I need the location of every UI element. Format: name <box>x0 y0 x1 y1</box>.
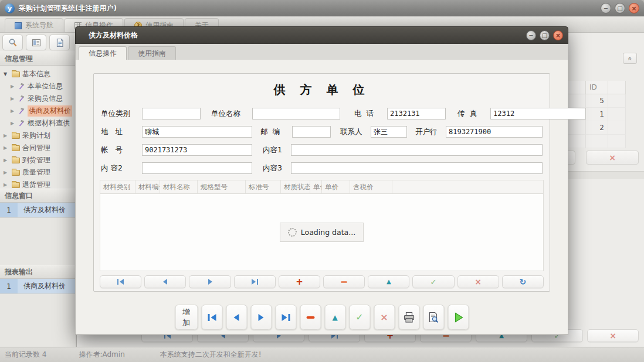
tab-system-navigation[interactable]: 系统导航 <box>5 18 63 32</box>
panel-collapse-button[interactable]: « <box>623 53 637 64</box>
prev-record-icon <box>234 314 239 321</box>
tree-leaf-buyer-info[interactable]: ▶ 采购员信息 <box>0 93 76 105</box>
contact-field[interactable] <box>371 126 407 138</box>
column-header-filler <box>392 180 543 193</box>
tree-node-purchase-plan[interactable]: ▶ 采购计划 <box>0 129 76 142</box>
print-preview-button[interactable] <box>423 305 444 330</box>
search-icon <box>8 38 18 47</box>
unit-name-field[interactable] <box>252 108 340 119</box>
first-record-icon <box>120 279 124 285</box>
post-button[interactable]: ✓ <box>349 305 370 330</box>
bg-cancel-button[interactable]: × <box>586 151 639 165</box>
field-label: 内 容2 <box>101 163 137 173</box>
id-cell: 1 <box>586 108 608 121</box>
column-header-material-type[interactable]: 材料类别 <box>100 180 135 193</box>
run-button[interactable] <box>448 305 469 330</box>
list-item[interactable]: 1 供商及材料价 <box>0 279 76 294</box>
app-logo: y <box>5 4 15 13</box>
document-button[interactable] <box>49 35 70 50</box>
nav-delete-button[interactable] <box>323 275 365 288</box>
nav-prev-button[interactable] <box>144 275 186 288</box>
dialog-tab-info-operation[interactable]: 信息操作 <box>79 46 127 60</box>
bank-field[interactable] <box>446 126 543 138</box>
dialog-titlebar: 供方及材料价格 − □ × <box>75 26 568 44</box>
prev-button[interactable] <box>226 305 247 330</box>
column-header-unit[interactable]: 单位 <box>310 180 322 193</box>
unit-type-field[interactable] <box>142 108 201 119</box>
fax-field[interactable] <box>490 108 586 119</box>
form-row: 内 容2 内容3 <box>101 162 543 175</box>
tree-leaf-unit-info[interactable]: ▶ 本单位信息 <box>0 80 76 93</box>
nav-edit-button[interactable]: ▲ <box>368 275 409 288</box>
zip-field[interactable] <box>292 126 331 138</box>
column-header-standard-no[interactable]: 标准号 <box>246 180 281 193</box>
search-button[interactable] <box>2 35 23 50</box>
nav-last-button[interactable] <box>234 275 276 288</box>
last-button[interactable] <box>275 305 296 330</box>
folder-icon <box>12 158 20 163</box>
phone-field[interactable] <box>387 108 446 119</box>
tree-node-contract-management[interactable]: ▶ 合同管理 <box>0 142 76 154</box>
play-icon <box>452 312 464 323</box>
delete-button[interactable] <box>300 305 321 330</box>
cross-icon: × <box>474 278 482 286</box>
printer-icon <box>402 311 415 324</box>
next-button[interactable] <box>250 305 272 330</box>
form-icon <box>32 38 41 47</box>
tree-leaf-supplier-material-price[interactable]: ▶ 供商及材料价 <box>0 105 76 117</box>
bg-cancel-edit-button[interactable]: × <box>587 329 639 342</box>
tree-node-basic-info[interactable]: ▼ 基本信息 <box>0 68 76 80</box>
dialog-close-button[interactable]: × <box>553 30 563 40</box>
form-view-button[interactable] <box>26 35 46 50</box>
content1-field[interactable] <box>291 144 543 156</box>
add-record-button[interactable]: 增加 <box>175 305 198 330</box>
tree-leaf-query-by-material[interactable]: ▶ 根据材料查供 <box>0 117 76 129</box>
supplier-material-price-dialog: 供方及材料价格 − □ × 信息操作 使用指南 供 方 单 位 单位类别 单位名… <box>75 26 568 335</box>
supplier-form-panel: 供 方 单 位 单位类别 单位名称 电 话 传 真 地 址 邮 编 联系人 <box>93 73 550 292</box>
print-button[interactable] <box>398 305 419 330</box>
cancel-button[interactable]: × <box>374 305 395 330</box>
info-window-list: 1 供方及材料价 <box>0 203 76 265</box>
nav-cancel-button[interactable]: × <box>457 275 499 288</box>
dialog-minimize-button[interactable]: − <box>526 30 536 40</box>
nav-refresh-button[interactable]: ↻ <box>502 275 544 288</box>
spinner-icon <box>288 228 297 237</box>
edit-button[interactable]: ▲ <box>324 305 345 330</box>
chevron-right-icon: ▶ <box>4 170 9 175</box>
nav-first-button[interactable] <box>100 275 141 288</box>
dialog-maximize-button[interactable]: □ <box>540 30 550 40</box>
form-row: 单位类别 单位名称 电 话 传 真 <box>101 107 543 120</box>
column-header-material-name[interactable]: 材料名称 <box>160 180 198 193</box>
close-button[interactable]: × <box>629 3 639 13</box>
tree-node-quality-management[interactable]: ▶ 质量管理 <box>0 166 76 179</box>
refresh-icon: ↻ <box>520 278 527 286</box>
nav-add-button[interactable]: + <box>279 275 320 288</box>
column-header-tax-price[interactable]: 含税价 <box>350 180 392 193</box>
list-item-label: 供商及材料价 <box>18 279 76 293</box>
minimize-button[interactable]: − <box>601 3 611 13</box>
nav-next-button[interactable] <box>189 275 231 288</box>
cancel-x-icon: × <box>609 153 616 162</box>
content3-field[interactable] <box>291 162 543 174</box>
tree-node-return-management[interactable]: ▶ 退货管理 <box>0 179 76 189</box>
tree-node-arrival-management[interactable]: ▶ 到货管理 <box>0 154 76 166</box>
chevron-right-icon: ▶ <box>11 108 16 114</box>
list-item[interactable]: 1 供方及材料价 <box>0 203 76 218</box>
address-field[interactable] <box>142 126 252 138</box>
list-item-number: 1 <box>0 203 18 217</box>
first-button[interactable] <box>201 305 222 330</box>
column-header-spec-model[interactable]: 规格型号 <box>198 180 246 193</box>
dialog-tab-user-guide[interactable]: 使用指南 <box>128 46 176 60</box>
bg-grid-header-id[interactable]: ID <box>586 81 608 94</box>
column-header-material-no[interactable]: 材料编号 <box>135 180 160 193</box>
minimize-icon: − <box>528 32 533 39</box>
content2-field[interactable] <box>142 162 252 174</box>
status-bar: 当前记录数 4 操作者:Admin 本系统支持二次开发和全新开发! <box>0 347 644 362</box>
nav-post-button[interactable]: ✓ <box>412 275 454 288</box>
dialog-bottom-toolbar: 增加 ▲ ✓ × <box>175 305 469 330</box>
column-header-material-state[interactable]: 材质状态 <box>281 180 310 193</box>
account-field[interactable] <box>142 144 252 156</box>
maximize-button[interactable]: □ <box>615 3 625 13</box>
column-header-unit-price[interactable]: 单价 <box>322 180 350 193</box>
document-icon <box>55 38 65 47</box>
